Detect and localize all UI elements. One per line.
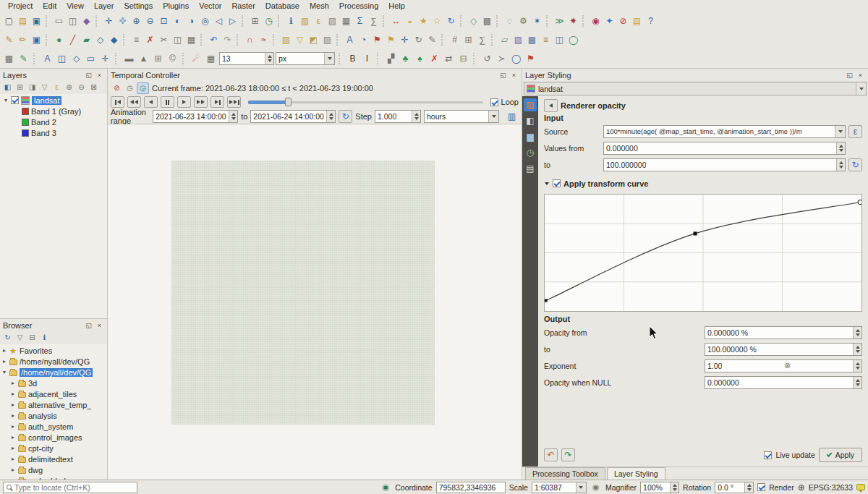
new-shapefile-layer-icon[interactable]: ◇ [467,14,480,28]
menu-layer[interactable]: Layer [89,1,119,11]
add-postgis-layer-icon[interactable]: ◫ [553,33,566,47]
band-3-item[interactable]: Band 3 [0,127,107,138]
expander-icon[interactable]: ▸ [1,358,7,365]
globe-icon[interactable]: ◯ [509,51,523,66]
band-1-item[interactable]: Band 1 (Gray) [0,106,107,116]
layer-labeling-icon[interactable]: A [343,33,357,47]
menu-project[interactable]: Project [3,1,38,11]
expander-icon[interactable]: ▸ [1,347,7,354]
select-by-expression-icon[interactable]: ε [312,14,326,28]
add-vector-layer-icon[interactable]: ▱ [498,33,511,47]
back-button[interactable] [544,99,558,112]
play-forward-button[interactable] [177,96,191,108]
skip-to-end-button[interactable] [210,96,224,108]
curve-svg[interactable] [545,195,861,311]
undo-style-button[interactable]: ↶ [544,448,558,461]
expander-icon[interactable]: ▸ [10,423,16,430]
spin-buttons[interactable] [853,360,861,372]
map-canvas[interactable] [108,124,522,480]
skip-to-start-button[interactable] [111,96,124,108]
browser-item-3d[interactable]: ▸ 3d [0,378,107,388]
float-panel-icon[interactable]: ◱ [84,320,93,330]
expander-icon[interactable]: ▸ [10,434,16,440]
undo-icon[interactable]: ↶ [207,33,221,47]
measure-line-icon[interactable]: ↔ [389,14,403,28]
locate-input[interactable] [14,483,134,492]
open-layer-styling-icon[interactable]: ◧ [1,82,14,93]
refresh-browser-icon[interactable]: ↻ [1,332,14,344]
step-forward-button[interactable] [194,96,208,108]
browser-item-home1[interactable]: ▸ /home/nyall/dev/QG [0,356,107,367]
render-checkbox[interactable] [757,483,765,491]
zoom-last-icon[interactable]: ◁ [212,14,226,28]
remove-item-icon[interactable]: ✗ [427,51,441,66]
refresh-range-button[interactable]: ↻ [339,110,352,123]
load-values-button[interactable]: ↻ [848,158,862,171]
menu-raster[interactable]: Raster [226,1,260,11]
menu-processing[interactable]: Processing [334,1,383,11]
metadata-tab-icon[interactable]: ▤ [524,162,537,175]
close-panel-icon[interactable]: × [95,320,104,330]
transparency-tab-icon[interactable]: ◧ [524,114,537,127]
float-panel-icon[interactable]: ◱ [845,70,854,80]
spin-buttons[interactable] [744,482,753,493]
symbology-tab-icon[interactable]: ▨ [524,98,537,111]
stop-rendering-icon[interactable]: ⊘ [616,14,630,28]
pause-button[interactable] [161,96,174,108]
step-back-button[interactable] [127,96,141,108]
plugin-manager-icon[interactable]: ✶ [530,14,544,28]
timeline-slider[interactable] [248,96,483,108]
expression-builder-button[interactable]: ε [848,125,862,138]
menu-mesh[interactable]: Mesh [305,1,334,11]
properties-widget-icon[interactable]: ℹ [38,332,51,344]
range-start-field[interactable]: 2021-06-23 14:00:00 [153,110,238,123]
font-size-field[interactable]: 13 [219,52,274,65]
zoom-next-icon[interactable]: ▷ [226,14,239,28]
rotation-field[interactable]: 0.0 ° [715,482,754,493]
add-mesh-layer-icon[interactable]: ▩ [525,33,539,47]
collapse-arrow-icon[interactable] [545,182,549,185]
menu-help[interactable]: Help [383,1,410,11]
spin-buttons[interactable] [836,159,845,171]
fast-forward-button[interactable] [227,96,241,108]
text-italic-icon[interactable]: I [360,51,374,66]
collapse-browser-icon[interactable]: ⊟ [26,332,38,344]
grid-decoration-icon[interactable]: ⊞ [151,51,165,66]
opacity-null-field[interactable]: 0.000000 [705,376,862,389]
expander-icon[interactable]: ▸ [10,380,16,386]
range-end-field[interactable]: 2021-06-24 14:00:00 [250,110,336,123]
chevron-down-icon[interactable] [856,82,866,95]
refresh-map-icon[interactable]: ↻ [444,14,458,28]
filter-by-expression-icon[interactable]: ε [51,82,63,93]
loop-checkbox[interactable] [490,98,498,106]
python-console-icon[interactable]: ≫ [553,14,566,28]
metasearch-icon[interactable]: ✦ [603,14,616,28]
layer-diagram-icon[interactable]: ◔ [357,33,370,47]
history-icon[interactable]: ↺ [480,51,494,66]
mesh-edit-icon[interactable]: ▩ [2,51,16,66]
select-features-icon[interactable]: ▧ [279,33,293,47]
scale-bar-icon[interactable]: ▬ [122,51,136,66]
spin-buttons[interactable] [265,53,273,64]
browser-item-embedded[interactable]: ▸ embedded_... [0,475,107,480]
temporal-controller-panel-icon[interactable]: ◷ [262,14,276,28]
float-panel-icon[interactable]: ◱ [498,70,508,80]
open-project-icon[interactable]: ▤ [16,14,30,28]
live-update-checkbox[interactable] [764,451,772,459]
group-items-icon[interactable]: ⊟ [456,51,470,66]
add-raster-layer-icon[interactable]: ▨ [511,33,525,47]
expand-all-icon[interactable]: ⊕ [63,82,75,93]
chevron-down-icon[interactable] [324,53,334,64]
tab-layer-styling[interactable]: Layer Styling [607,467,665,480]
select-by-polygon-icon[interactable]: ▽ [293,33,307,47]
north-arrow-icon[interactable]: ▲ [137,51,150,66]
data-source-manager-icon[interactable]: ▩ [480,14,494,28]
multiedit-attributes-icon[interactable]: ≡ [129,33,143,47]
fixed-range-nav-icon[interactable]: ◷ [124,82,136,94]
menu-database[interactable]: Database [260,1,305,11]
add-point-feature-icon[interactable]: ● [52,33,66,47]
new-project-icon[interactable]: ▢ [2,14,16,28]
statistical-summary-icon[interactable]: ∑ [475,33,489,47]
new-bookmark-icon[interactable]: ★ [417,14,430,28]
values-from-field[interactable]: 0.000000 [603,142,846,155]
